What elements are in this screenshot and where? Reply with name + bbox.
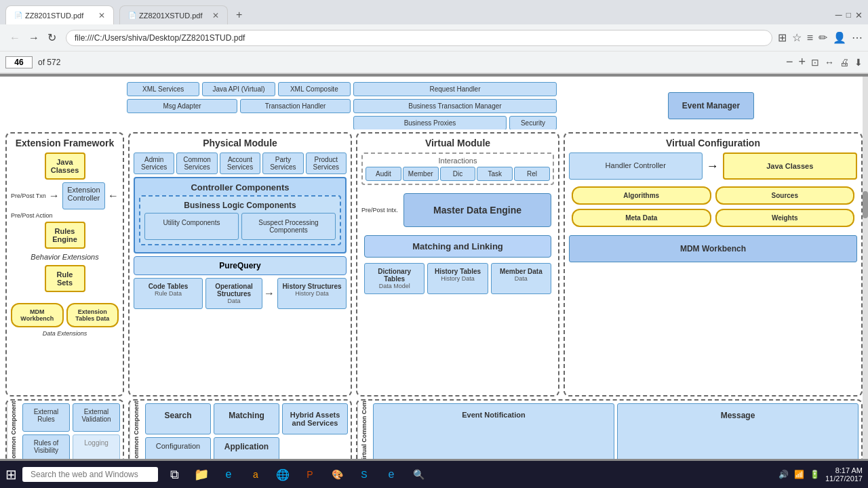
zoom-in-button[interactable]: + bbox=[798, 55, 806, 69]
edit-icon[interactable]: ✏ bbox=[818, 31, 827, 44]
meta-data-box: Meta Data bbox=[572, 209, 711, 227]
paint-icon[interactable]: 🎨 bbox=[326, 464, 348, 485]
bottom-right-section: Virtual Common Components Event Notifica… bbox=[356, 399, 863, 459]
behavior-extensions-label: Behavior Extensions bbox=[31, 253, 98, 261]
reload-button[interactable]: ↻ bbox=[43, 28, 60, 47]
zoom-out-button[interactable]: − bbox=[786, 55, 793, 69]
pdf-area: XML Services Java API (Virtual) XML Comp… bbox=[0, 74, 868, 461]
suspect-processing-box: Suspect Processing Components bbox=[241, 213, 336, 240]
task-view-button[interactable]: ⧉ bbox=[163, 464, 185, 485]
product-services: Product Services bbox=[306, 152, 347, 174]
main-row: Extension Framework Java Classes Pre/Pos… bbox=[5, 132, 863, 396]
skype-icon[interactable]: S bbox=[353, 464, 375, 485]
download-button[interactable]: ⬇ bbox=[854, 57, 863, 68]
hybrid-assets-box: Hybrid Assets and Services bbox=[282, 403, 348, 434]
minimize-button[interactable]: ─ bbox=[835, 9, 842, 20]
common-components-left-label: Common Components bbox=[7, 401, 20, 459]
virtual-config-title: Virtual Configuration bbox=[569, 138, 857, 148]
account-services: Account Services bbox=[220, 152, 260, 174]
data-extensions-label: Data Extensions bbox=[43, 330, 87, 337]
dictionary-tables-box: Dictionary Tables Data Model bbox=[364, 263, 425, 294]
scrollbar-thumb[interactable] bbox=[863, 191, 868, 218]
interactions-grid: Audit Member Dic Task Rel bbox=[366, 167, 550, 181]
menu-icon[interactable]: ≡ bbox=[807, 32, 813, 44]
virtual-module-section: Virtual Module Interactions Audit Member… bbox=[356, 132, 559, 396]
more-icon[interactable]: ⋯ bbox=[852, 31, 863, 44]
tab-2[interactable]: 📄 ZZ8201XSTUD.pdf ✕ bbox=[119, 5, 228, 24]
top-partial-row: XML Services Java API (Virtual) XML Comp… bbox=[5, 82, 863, 129]
java-api-box: Java API (Virtual) bbox=[202, 82, 275, 96]
master-data-engine-box: Master Data Engine bbox=[403, 193, 551, 227]
xml-composite-box: XML Composite bbox=[278, 82, 351, 96]
pre-post-action-label: Pre/Post Action bbox=[11, 212, 53, 219]
file-explorer-icon[interactable]: 📁 bbox=[191, 464, 212, 485]
matching-linking-box: Matching and Linking bbox=[364, 235, 551, 258]
pre-post-txn-label: Pre/Post Txn bbox=[11, 192, 46, 199]
amazon-icon[interactable]: a bbox=[245, 464, 267, 485]
fit-width-button[interactable]: ↔ bbox=[825, 57, 834, 68]
configuration-box-bottom: Configuration bbox=[145, 437, 211, 459]
new-tab-button[interactable]: + bbox=[231, 6, 248, 24]
vc-grid: Algorithms Sources Meta Data Weights bbox=[569, 184, 857, 230]
admin-services: Admin Services bbox=[134, 152, 174, 174]
close-window-button[interactable]: ✕ bbox=[855, 10, 863, 20]
transaction-handler-box: Transaction Handler bbox=[240, 99, 351, 113]
business-logic-box: Business Logic Components Utility Compon… bbox=[139, 195, 341, 245]
pdf-toolbar: of 572 − + ⊡ ↔ 🖨 ⬇ bbox=[0, 52, 868, 73]
message-box-bottom: Message bbox=[617, 403, 859, 459]
bookmark-icon[interactable]: ☆ bbox=[792, 31, 802, 44]
rules-visibility-box: Rules of Visibility bbox=[22, 434, 70, 459]
page-number-input[interactable] bbox=[5, 56, 33, 68]
btm-box: Business Transaction Manager bbox=[353, 99, 557, 113]
rule-sets-box: Rule Sets bbox=[45, 265, 85, 292]
print-button[interactable]: 🖨 bbox=[840, 57, 849, 68]
tab-2-close[interactable]: ✕ bbox=[212, 11, 219, 20]
pre-post-intx-label: Pre/Post Intx. bbox=[361, 207, 398, 214]
virtual-config-section: Virtual Configuration Handler Controller… bbox=[564, 132, 863, 396]
rel-box: Rel bbox=[514, 167, 550, 181]
member-data-box: Member Data Data bbox=[491, 263, 551, 294]
taskbar: ⊞ ⧉ 📁 e a 🌐 P 🎨 S e 🔍 🔊 📶 🔋 8:17 AM 11/2… bbox=[0, 461, 868, 488]
page-total: of 572 bbox=[38, 58, 60, 67]
event-manager-box: Event Manager bbox=[668, 92, 754, 119]
back-button[interactable]: ← bbox=[5, 29, 24, 47]
chrome-icon[interactable]: 🌐 bbox=[272, 464, 294, 485]
business-logic-title: Business Logic Components bbox=[144, 201, 336, 210]
security-box: Security bbox=[509, 116, 557, 129]
fit-page-button[interactable]: ⊡ bbox=[811, 57, 819, 68]
mdm-workbench-box-ext: MDM Workbench bbox=[11, 303, 64, 327]
pure-query-box: PureQuery bbox=[134, 256, 347, 275]
operational-structures-box: Operational Structures Data bbox=[205, 278, 262, 309]
task-box: Task bbox=[477, 167, 513, 181]
reader-view-icon[interactable]: ⊞ bbox=[778, 31, 787, 44]
history-structures-box: History Structures History Data bbox=[277, 278, 347, 309]
address-bar[interactable] bbox=[66, 30, 772, 46]
logging-box: Logging bbox=[73, 434, 120, 459]
scrollbar[interactable] bbox=[863, 77, 868, 459]
audit-box: Audit bbox=[366, 167, 401, 181]
bottom-middle-section: Common Components Search Matching Hybrid… bbox=[128, 399, 352, 459]
forward-button[interactable]: → bbox=[24, 29, 43, 47]
powerpoint-icon[interactable]: P bbox=[299, 464, 321, 485]
maximize-button[interactable]: □ bbox=[846, 10, 851, 20]
taskbar-search-input[interactable] bbox=[22, 467, 158, 482]
xml-services-box: XML Services bbox=[127, 82, 199, 96]
tab-1-close[interactable]: ✕ bbox=[98, 11, 105, 20]
ie-icon[interactable]: e bbox=[380, 464, 402, 485]
tab-1[interactable]: 📄 ZZ8201STUD.pdf ✕ bbox=[5, 5, 114, 24]
extension-controller-box: Extension Controller bbox=[62, 182, 105, 209]
windows-start-button[interactable]: ⊞ bbox=[5, 466, 17, 483]
extension-framework-title: Extension Framework bbox=[11, 138, 119, 148]
edge-icon[interactable]: e bbox=[218, 464, 239, 485]
msg-adapter-box: Msg Adapter bbox=[127, 99, 237, 113]
search-box-bottom: Search bbox=[145, 403, 211, 434]
architecture-diagram: XML Services Java API (Virtual) XML Comp… bbox=[5, 82, 863, 453]
vm-bottom-tables: Dictionary Tables Data Model History Tab… bbox=[361, 260, 554, 297]
user-icon[interactable]: 👤 bbox=[833, 31, 846, 44]
controller-components-box: Controller Components Business Logic Com… bbox=[134, 177, 347, 253]
handler-controller-box: Handler Controller bbox=[569, 152, 703, 180]
browser-chrome: 📄 ZZ8201STUD.pdf ✕ 📄 ZZ8201XSTUD.pdf ✕ +… bbox=[0, 0, 868, 74]
search-task-icon[interactable]: 🔍 bbox=[408, 464, 429, 485]
common-components-middle-label: Common Components bbox=[130, 401, 142, 459]
matching-box-bottom: Matching bbox=[214, 403, 279, 434]
